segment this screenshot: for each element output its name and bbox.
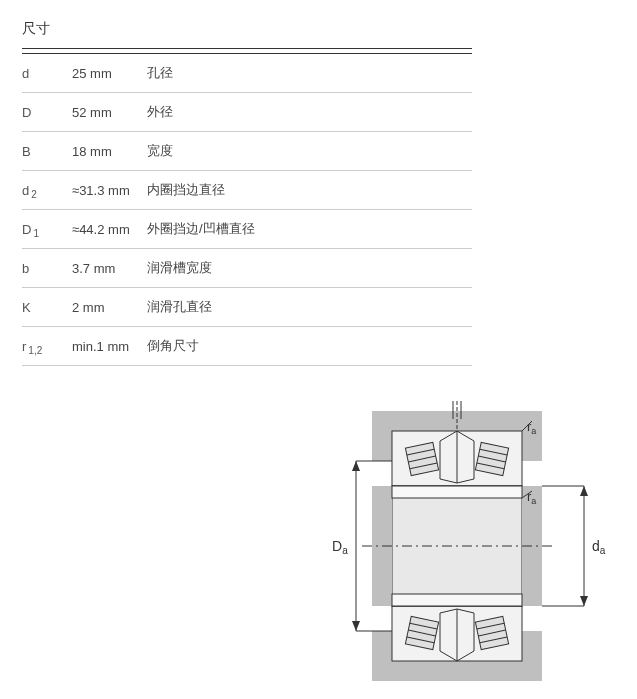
svg-marker-45 bbox=[580, 596, 588, 606]
symbol-sub: 2 bbox=[31, 189, 37, 200]
symbol: B bbox=[22, 144, 31, 159]
value: ≈31.3 mm bbox=[72, 171, 147, 210]
table-row: B 18 mm 宽度 bbox=[22, 132, 472, 171]
table-row: D 52 mm 外径 bbox=[22, 93, 472, 132]
svg-rect-7 bbox=[392, 486, 522, 498]
table-row: b 3.7 mm 润滑槽宽度 bbox=[22, 249, 472, 288]
symbol-sub: 1 bbox=[33, 228, 39, 239]
table-row: K 2 mm 润滑孔直径 bbox=[22, 288, 472, 327]
description: 润滑孔直径 bbox=[147, 288, 472, 327]
table-row: r1,2 min.1 mm 倒角尺寸 bbox=[22, 327, 472, 366]
table-row: d 25 mm 孔径 bbox=[22, 54, 472, 93]
table-row: d2 ≈31.3 mm 内圈挡边直径 bbox=[22, 171, 472, 210]
svg-text:Da: Da bbox=[332, 538, 348, 556]
symbol: D bbox=[22, 105, 31, 120]
value: 18 mm bbox=[72, 132, 147, 171]
description: 宽度 bbox=[147, 132, 472, 171]
svg-marker-44 bbox=[580, 486, 588, 496]
value: 52 mm bbox=[72, 93, 147, 132]
symbol: b bbox=[22, 261, 29, 276]
bearing-diagram: ra ra Da da bbox=[322, 401, 615, 694]
symbol: K bbox=[22, 300, 31, 315]
symbol: D bbox=[22, 222, 31, 237]
table-row: D1 ≈44.2 mm 外圈挡边/凹槽直径 bbox=[22, 210, 472, 249]
description: 外径 bbox=[147, 93, 472, 132]
symbol-sub: 1,2 bbox=[28, 345, 42, 356]
svg-marker-38 bbox=[352, 461, 360, 471]
description: 润滑槽宽度 bbox=[147, 249, 472, 288]
svg-marker-39 bbox=[352, 621, 360, 631]
dimensions-table: d 25 mm 孔径 D 52 mm 外径 B 18 mm 宽度 d2 ≈31.… bbox=[22, 48, 472, 366]
symbol: d bbox=[22, 183, 29, 198]
value: min.1 mm bbox=[72, 327, 147, 366]
svg-rect-8 bbox=[392, 594, 522, 606]
symbol: d bbox=[22, 66, 29, 81]
description: 外圈挡边/凹槽直径 bbox=[147, 210, 472, 249]
description: 倒角尺寸 bbox=[147, 327, 472, 366]
value: 2 mm bbox=[72, 288, 147, 327]
value: 3.7 mm bbox=[72, 249, 147, 288]
section-title: 尺寸 bbox=[22, 20, 615, 38]
value: ≈44.2 mm bbox=[72, 210, 147, 249]
symbol: r bbox=[22, 339, 26, 354]
svg-text:da: da bbox=[592, 538, 606, 556]
description: 内圈挡边直径 bbox=[147, 171, 472, 210]
description: 孔径 bbox=[147, 54, 472, 93]
value: 25 mm bbox=[72, 54, 147, 93]
